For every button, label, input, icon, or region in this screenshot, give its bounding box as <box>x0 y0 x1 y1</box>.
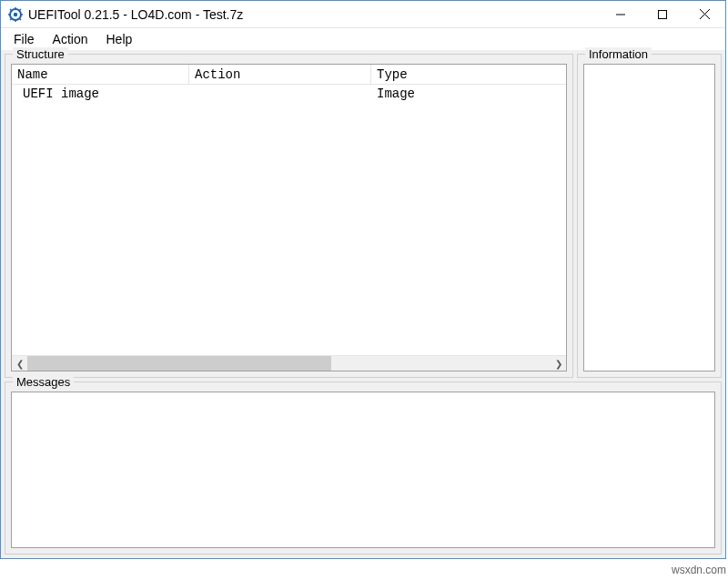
tree-body: UEFI image Image <box>12 85 566 103</box>
messages-label: Messages <box>13 375 74 389</box>
svg-rect-2 <box>659 10 667 18</box>
app-icon <box>8 7 23 22</box>
structure-label: Structure <box>13 47 68 61</box>
structure-panel: Structure Name Action Type UEFI image Im… <box>5 54 573 378</box>
messages-panel: Messages <box>5 382 722 555</box>
information-label: Information <box>585 47 652 61</box>
maximize-button[interactable] <box>642 1 683 27</box>
minimize-icon <box>616 10 625 19</box>
menu-action[interactable]: Action <box>44 30 97 48</box>
maximize-icon <box>658 10 667 19</box>
scroll-left-arrow-icon[interactable]: ❮ <box>12 356 27 371</box>
titlebar[interactable]: UEFITool 0.21.5 - LO4D.com - Test.7z <box>1 1 725 28</box>
close-button[interactable] <box>683 1 725 27</box>
menu-help[interactable]: Help <box>96 30 141 48</box>
column-header-name[interactable]: Name <box>12 65 189 84</box>
horizontal-scrollbar[interactable]: ❮ ❯ <box>12 355 566 371</box>
scroll-track[interactable] <box>27 356 551 371</box>
tree-cell-name: UEFI image <box>12 86 189 101</box>
messages-content[interactable] <box>11 392 715 548</box>
information-panel: Information <box>577 54 722 378</box>
tree-cell-type: Image <box>371 86 566 101</box>
column-header-type[interactable]: Type <box>371 65 566 84</box>
close-icon <box>700 9 710 19</box>
minimize-button[interactable] <box>600 1 642 27</box>
information-content[interactable] <box>583 64 715 371</box>
tree-row[interactable]: UEFI image Image <box>12 85 566 103</box>
client-area: Structure Name Action Type UEFI image Im… <box>1 50 725 558</box>
window-controls <box>600 1 725 27</box>
app-window: UEFITool 0.21.5 - LO4D.com - Test.7z Fil… <box>0 0 726 559</box>
scroll-thumb[interactable] <box>27 356 331 371</box>
svg-point-1 <box>14 12 17 15</box>
tree-header[interactable]: Name Action Type <box>12 65 566 85</box>
column-header-action[interactable]: Action <box>189 65 371 84</box>
structure-tree[interactable]: Name Action Type UEFI image Image ❮ <box>11 64 567 371</box>
upper-row: Structure Name Action Type UEFI image Im… <box>5 54 722 378</box>
watermark: wsxdn.com <box>672 564 726 576</box>
scroll-right-arrow-icon[interactable]: ❯ <box>551 356 566 371</box>
menu-file[interactable]: File <box>5 30 44 48</box>
window-title: UEFITool 0.21.5 - LO4D.com - Test.7z <box>28 7 600 22</box>
